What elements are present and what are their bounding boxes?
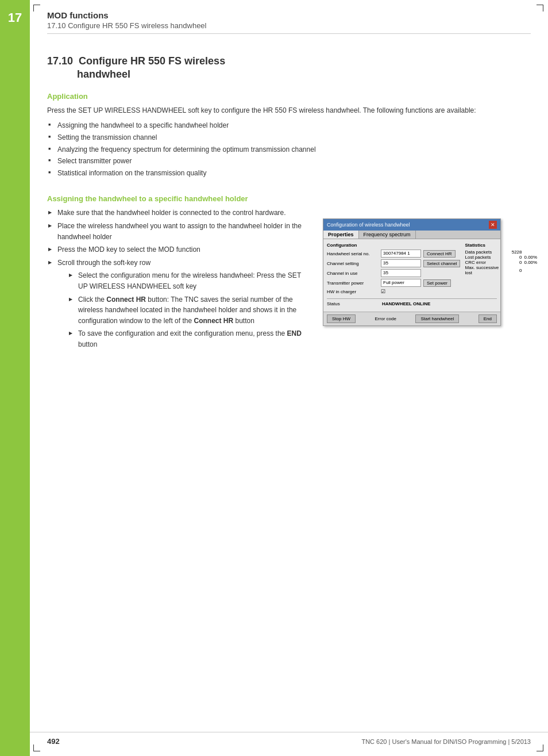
dialog-tabs: Properties Frequency spectrum — [323, 231, 500, 239]
bullet-item: Statistical information on the transmiss… — [47, 168, 531, 179]
nested-step-2: Click the Connect HR button: The TNC sav… — [68, 294, 311, 327]
transmitter-power-row: Transmitter power Full power Set power — [327, 279, 460, 287]
set-power-button[interactable]: Set power — [423, 279, 451, 287]
main-content: MOD functions 17.10 Configure HR 550 FS … — [30, 0, 548, 371]
right-column: Configuration of wireless handwheel ✕ Pr… — [323, 184, 531, 354]
error-code-label: Error code — [375, 316, 396, 321]
end-button[interactable]: End — [478, 314, 497, 323]
transmitter-power-input[interactable]: Full power — [381, 279, 421, 287]
hw-in-charger-label: HW in charger — [327, 289, 379, 294]
tab-frequency-spectrum[interactable]: Frequency spectrum — [359, 231, 416, 239]
channel-setting-row: Channel setting 35 Select channel — [327, 259, 460, 267]
start-handwheel-button[interactable]: Start handwheel — [415, 314, 459, 323]
crc-error-row: CRC error 0 0.00% — [465, 260, 541, 265]
max-successive-val: 0 — [507, 268, 522, 273]
transmitter-power-label: Transmitter power — [327, 281, 379, 286]
step-1: Make sure that the handwheel holder is c… — [47, 208, 311, 218]
section-heading: 17.10 Configure HR 550 FS wireless handw… — [47, 55, 531, 82]
tab-properties[interactable]: Properties — [323, 231, 359, 239]
crc-error-pct: 0.00% — [524, 260, 541, 265]
handwheel-serial-input[interactable]: 300747984 1 — [381, 250, 421, 258]
max-successive-label: Max. successive lost — [465, 265, 505, 275]
bullet-item: Setting the transmission channel — [47, 132, 531, 143]
dialog-title: Configuration of wireless handwheel — [327, 222, 410, 228]
two-col-layout: Assigning the handwheel to a specific ha… — [47, 184, 531, 354]
sidebar: 17 — [0, 0, 30, 756]
nested-steps: Select the configuration menu for the wi… — [68, 270, 311, 350]
section-title-line2: handwheel — [47, 68, 130, 80]
status-value: HANDWHEEL ONLINE — [382, 301, 430, 306]
page-footer: 492 TNC 620 | User's Manual for DIN/ISO … — [30, 732, 548, 746]
handwheel-serial-label: Handwheel serial no. — [327, 251, 379, 256]
hw-in-charger-value: ☑ — [381, 289, 385, 294]
data-packets-row: Data packets 5228 — [465, 250, 541, 255]
stats-label: Statistics — [465, 243, 541, 248]
data-packets-label: Data packets — [465, 250, 505, 255]
stop-hw-button[interactable]: Stop HW — [327, 314, 356, 323]
footer-text: TNC 620 | User's Manual for DIN/ISO Prog… — [361, 738, 531, 745]
handwheel-serial-row: Handwheel serial no. 300747984 1 Connect… — [327, 250, 460, 258]
top-header: MOD functions 17.10 Configure HR 550 FS … — [47, 10, 531, 34]
status-row: Status HANDWHEEL ONLINE — [327, 301, 497, 306]
left-column: Assigning the handwheel to a specific ha… — [47, 184, 311, 354]
chapter-title: MOD functions — [47, 10, 531, 20]
lost-packets-row: Lost packets 0 0.00% — [465, 255, 541, 260]
connect-hr-button[interactable]: Connect HR — [423, 250, 456, 258]
application-intro: Press the SET UP WIRELESS HANDWHEEL soft… — [47, 105, 531, 116]
chapter-subtitle: 17.10 Configure HR 550 FS wireless handw… — [47, 21, 531, 30]
dialog-box[interactable]: Configuration of wireless handwheel ✕ Pr… — [323, 218, 501, 326]
channel-in-use-input[interactable]: 35 — [381, 269, 421, 277]
dialog-two-col: Configuration Handwheel serial no. 30074… — [327, 243, 497, 296]
section-number: 17.10 — [47, 55, 73, 67]
bullet-item: Analyzing the frequency spectrum for det… — [47, 144, 531, 155]
channel-in-use-label: Channel in use — [327, 271, 379, 276]
dialog-close-button[interactable]: ✕ — [489, 221, 497, 229]
step-4: Scroll through the soft-key row Select t… — [47, 258, 311, 350]
crc-error-val: 0 — [507, 260, 522, 265]
channel-setting-label: Channel setting — [327, 261, 379, 266]
dialog-divider — [327, 298, 497, 299]
section-title-line1: Configure HR 550 FS wireless — [79, 55, 225, 67]
assigning-steps: Make sure that the handwheel holder is c… — [47, 208, 311, 350]
status-label: Status — [327, 301, 379, 306]
page-number: 492 — [47, 737, 60, 746]
lost-packets-val: 0 — [507, 255, 522, 260]
application-heading: Application — [47, 92, 531, 101]
lost-packets-pct: 0.00% — [524, 255, 541, 260]
channel-in-use-row: Channel in use 35 — [327, 269, 460, 277]
step-3: Press the MOD key to select the MOD func… — [47, 244, 311, 255]
nested-step-3: To save the configuration and exit the c… — [68, 328, 311, 350]
dialog-body: Configuration Handwheel serial no. 30074… — [323, 239, 500, 312]
channel-setting-input[interactable]: 35 — [381, 259, 421, 267]
nested-step-1: Select the configuration menu for the wi… — [68, 270, 311, 291]
dialog-right-col: Statistics Data packets 5228 Lost packet… — [465, 243, 541, 296]
crc-error-label: CRC error — [465, 260, 505, 265]
dialog-footer: Stop HW Error code Start handwheel End — [323, 312, 500, 325]
step-2: Place the wireless handwheel you want to… — [47, 221, 311, 242]
application-bullet-list: Assigning the handwheel to a specific ha… — [47, 120, 531, 178]
assigning-heading: Assigning the handwheel to a specific ha… — [47, 194, 311, 203]
assigning-section: Assigning the handwheel to a specific ha… — [47, 194, 311, 350]
bullet-item: Assigning the handwheel to a specific ha… — [47, 120, 531, 131]
chapter-number: 17 — [8, 10, 22, 25]
application-section: Application Press the SET UP WIRELESS HA… — [47, 92, 531, 179]
data-packets-val: 5228 — [507, 250, 522, 255]
lost-packets-label: Lost packets — [465, 255, 505, 260]
dialog-left-col: Configuration Handwheel serial no. 30074… — [327, 243, 460, 296]
dialog-titlebar: Configuration of wireless handwheel ✕ — [323, 219, 500, 231]
config-label: Configuration — [327, 243, 460, 248]
select-channel-button[interactable]: Select channel — [423, 260, 460, 267]
max-successive-row: Max. successive lost 0 — [465, 265, 541, 275]
bullet-item: Select transmitter power — [47, 156, 531, 167]
hw-in-charger-row: HW in charger ☑ — [327, 289, 460, 294]
